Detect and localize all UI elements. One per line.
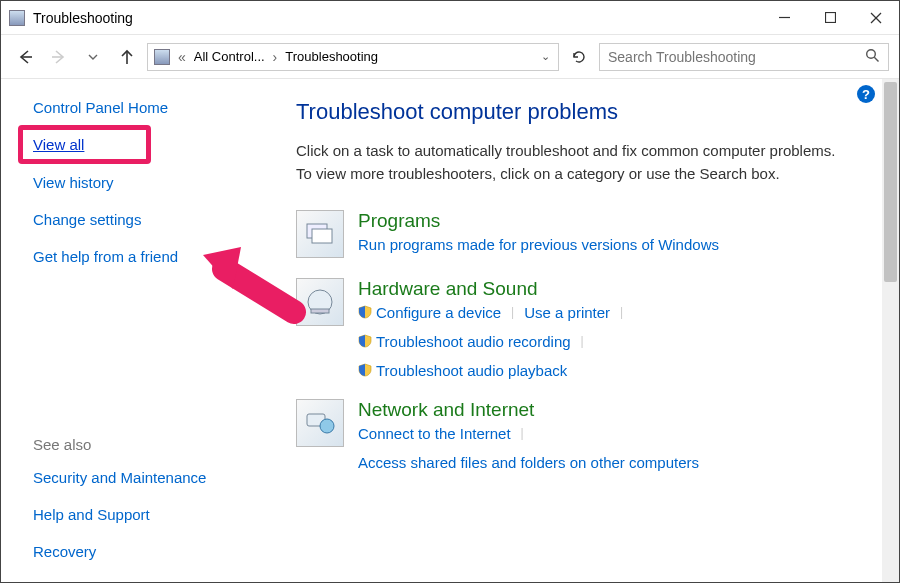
link-connect-internet[interactable]: Connect to the Internet bbox=[358, 425, 511, 442]
vertical-scrollbar[interactable] bbox=[882, 79, 899, 582]
recent-locations-button[interactable] bbox=[79, 43, 107, 71]
hardware-icon bbox=[296, 278, 344, 326]
window: Troubleshooting « bbox=[0, 0, 900, 583]
address-dropdown-icon[interactable]: ⌄ bbox=[539, 50, 552, 63]
up-button[interactable] bbox=[113, 43, 141, 71]
link-audio-playback[interactable]: Troubleshoot audio playback bbox=[358, 362, 567, 379]
titlebar: Troubleshooting bbox=[1, 1, 899, 35]
body: Control Panel Home View all View history… bbox=[1, 79, 899, 582]
page-description: Click on a task to automatically trouble… bbox=[296, 139, 836, 186]
navbar: « All Control... › Troubleshooting ⌄ bbox=[1, 35, 899, 79]
help-icon[interactable]: ? bbox=[857, 85, 875, 103]
svg-point-14 bbox=[320, 419, 334, 433]
link-audio-recording[interactable]: Troubleshoot audio recording bbox=[358, 333, 571, 350]
sidebar-change-settings[interactable]: Change settings bbox=[33, 211, 272, 228]
sidebar: Control Panel Home View all View history… bbox=[1, 79, 296, 582]
address-icon bbox=[154, 49, 170, 65]
sidebar-see-also: See also bbox=[33, 436, 272, 453]
sidebar-get-help[interactable]: Get help from a friend bbox=[33, 248, 272, 265]
link-shared-files[interactable]: Access shared files and folders on other… bbox=[358, 454, 699, 471]
close-button[interactable] bbox=[853, 1, 899, 34]
sidebar-view-all[interactable]: View all bbox=[18, 125, 151, 164]
shield-icon bbox=[358, 334, 372, 348]
sidebar-home[interactable]: Control Panel Home bbox=[33, 99, 272, 116]
link-configure-device[interactable]: Configure a device bbox=[358, 304, 501, 321]
link-run-compat[interactable]: Run programs made for previous versions … bbox=[358, 236, 719, 253]
breadcrumb-sep-0: « bbox=[176, 49, 188, 65]
sidebar-view-history[interactable]: View history bbox=[33, 174, 272, 191]
window-controls bbox=[761, 1, 899, 34]
programs-icon bbox=[296, 210, 344, 258]
breadcrumb-seg-1[interactable]: All Control... bbox=[194, 49, 265, 64]
breadcrumb-seg-2[interactable]: Troubleshooting bbox=[285, 49, 378, 64]
category-title-programs[interactable]: Programs bbox=[358, 210, 873, 232]
svg-rect-10 bbox=[312, 229, 332, 243]
address-bar[interactable]: « All Control... › Troubleshooting ⌄ bbox=[147, 43, 559, 71]
chevron-right-icon[interactable]: › bbox=[271, 49, 280, 65]
shield-icon bbox=[358, 305, 372, 319]
category-title-network[interactable]: Network and Internet bbox=[358, 399, 873, 421]
svg-point-7 bbox=[867, 49, 876, 58]
forward-button[interactable] bbox=[45, 43, 73, 71]
sidebar-recovery[interactable]: Recovery bbox=[33, 543, 272, 560]
network-icon bbox=[296, 399, 344, 447]
minimize-button[interactable] bbox=[761, 1, 807, 34]
search-icon[interactable] bbox=[865, 48, 880, 66]
sidebar-security[interactable]: Security and Maintenance bbox=[33, 469, 272, 486]
category-programs: Programs Run programs made for previous … bbox=[296, 210, 873, 258]
back-button[interactable] bbox=[11, 43, 39, 71]
search-input[interactable] bbox=[608, 49, 865, 65]
sidebar-help-support[interactable]: Help and Support bbox=[33, 506, 272, 523]
category-network: Network and Internet Connect to the Inte… bbox=[296, 399, 873, 471]
search-box[interactable] bbox=[599, 43, 889, 71]
svg-rect-12 bbox=[311, 309, 329, 313]
app-icon bbox=[9, 10, 25, 26]
maximize-button[interactable] bbox=[807, 1, 853, 34]
category-hardware: Hardware and Sound Configure a device | … bbox=[296, 278, 873, 379]
category-title-hardware[interactable]: Hardware and Sound bbox=[358, 278, 873, 300]
shield-icon bbox=[358, 363, 372, 377]
main-content: ? Troubleshoot computer problems Click o… bbox=[296, 79, 899, 582]
scrollbar-thumb[interactable] bbox=[884, 82, 897, 282]
link-use-printer[interactable]: Use a printer bbox=[524, 304, 610, 321]
window-title: Troubleshooting bbox=[33, 10, 761, 26]
page-heading: Troubleshoot computer problems bbox=[296, 99, 873, 125]
svg-line-8 bbox=[874, 57, 878, 61]
svg-rect-1 bbox=[825, 13, 835, 23]
refresh-button[interactable] bbox=[565, 43, 593, 71]
